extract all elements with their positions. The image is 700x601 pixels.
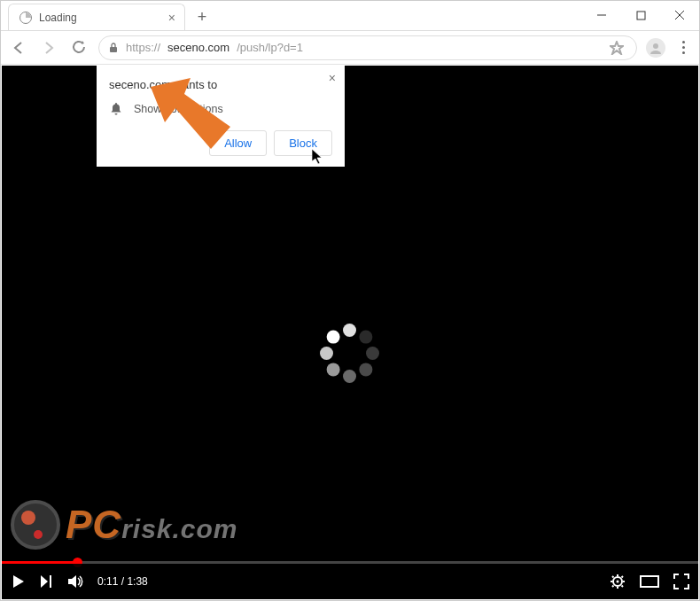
- svg-marker-5: [611, 42, 623, 54]
- svg-line-19: [612, 576, 614, 578]
- new-tab-button[interactable]: +: [191, 5, 214, 28]
- volume-button[interactable]: [67, 574, 85, 589]
- svg-marker-10: [41, 575, 48, 588]
- svg-line-22: [622, 576, 624, 578]
- close-window-button[interactable]: [660, 2, 699, 28]
- fullscreen-button[interactable]: [673, 574, 689, 589]
- svg-rect-11: [50, 575, 51, 588]
- next-button[interactable]: [39, 574, 55, 589]
- bell-icon: [109, 102, 123, 116]
- svg-rect-23: [641, 576, 658, 587]
- svg-marker-12: [68, 575, 76, 588]
- forward-button[interactable]: [38, 37, 59, 59]
- globe-icon: [19, 12, 32, 24]
- window-controls: [582, 0, 699, 30]
- svg-point-6: [653, 43, 658, 49]
- svg-marker-9: [13, 575, 24, 588]
- mouse-cursor-icon: [312, 149, 324, 165]
- minimize-button[interactable]: [582, 2, 621, 28]
- browser-tab[interactable]: Loading ×: [8, 4, 185, 30]
- browser-toolbar: https://seceno.com/push/lp?d=1: [1, 31, 699, 65]
- maximize-button[interactable]: [621, 2, 660, 28]
- watermark-risk: risk.com: [121, 514, 237, 543]
- bookmark-star-icon[interactable]: [606, 37, 627, 59]
- play-button[interactable]: [11, 574, 27, 589]
- svg-marker-7: [151, 78, 230, 149]
- lock-icon: [108, 43, 119, 53]
- address-bar[interactable]: https://seceno.com/push/lp?d=1: [98, 35, 637, 60]
- profile-avatar-icon[interactable]: [646, 38, 665, 58]
- svg-line-21: [612, 586, 614, 588]
- svg-line-20: [622, 586, 624, 588]
- tab-title: Loading: [39, 12, 161, 24]
- url-domain: seceno.com: [167, 41, 229, 54]
- loading-spinner-icon: [319, 323, 381, 385]
- url-scheme: https://: [126, 41, 160, 54]
- close-prompt-icon[interactable]: ×: [329, 71, 336, 85]
- svg-rect-1: [637, 12, 645, 20]
- url-path: /push/lp?d=1: [237, 41, 303, 54]
- page-content: × seceno.com wants to Show notifications…: [2, 66, 698, 599]
- watermark-pc: PC: [66, 503, 121, 546]
- video-time: 0:11 / 1:38: [97, 575, 148, 588]
- video-controls: 0:11 / 1:38: [2, 564, 698, 599]
- svg-marker-8: [312, 149, 322, 164]
- watermark-logo: PCrisk.com: [11, 500, 238, 550]
- close-tab-icon[interactable]: ×: [168, 11, 175, 25]
- arrow-annotation-icon: [142, 78, 239, 158]
- reload-button[interactable]: [68, 37, 89, 59]
- svg-rect-4: [110, 47, 117, 52]
- theater-mode-button[interactable]: [640, 575, 659, 588]
- svg-point-14: [617, 581, 619, 583]
- back-button[interactable]: [8, 37, 29, 59]
- menu-button[interactable]: [674, 41, 692, 54]
- settings-button[interactable]: [610, 574, 626, 589]
- window-titlebar: Loading × +: [1, 1, 699, 31]
- logo-disc-icon: [11, 500, 60, 550]
